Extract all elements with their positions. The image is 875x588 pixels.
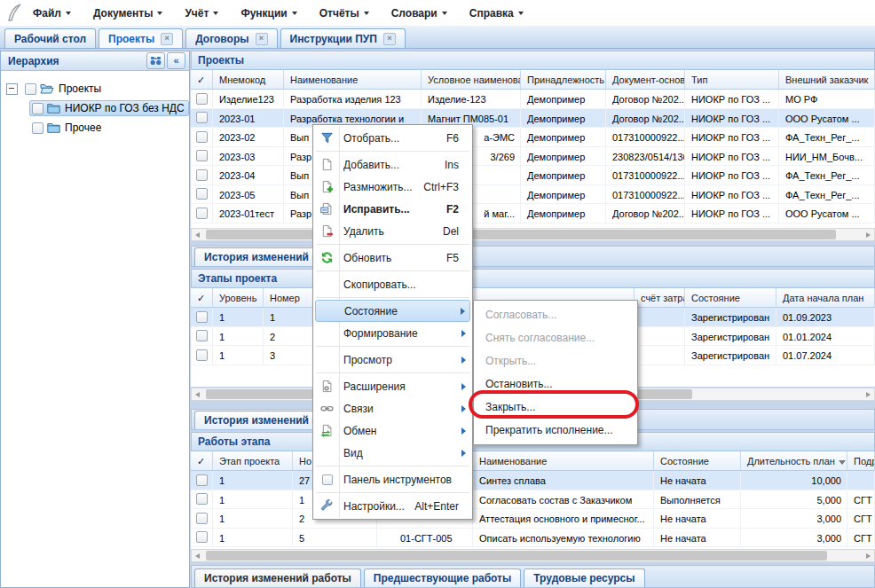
tab-preceding-works[interactable]: Предшествующие работы: [364, 568, 521, 587]
menu-reports[interactable]: Отчёты: [315, 4, 374, 22]
row-checkbox[interactable]: [196, 513, 208, 524]
context-menu-item[interactable]: Скопировать...: [315, 273, 470, 295]
projects-column-header[interactable]: Внешний заказчик: [779, 70, 875, 89]
works-column-header[interactable]: Этап проекта: [213, 451, 293, 470]
tree-checkbox[interactable]: [32, 122, 43, 134]
table-row[interactable]: 2023-01Разработка технологии иМагнит ПМ0…: [191, 109, 875, 129]
row-checkbox[interactable]: [196, 330, 208, 341]
row-checkbox[interactable]: [196, 112, 208, 123]
row-checkbox[interactable]: [196, 311, 208, 323]
projects-hscrollbar[interactable]: [191, 228, 875, 241]
context-menu-item[interactable]: Панель инструментов: [315, 468, 470, 490]
works-hscrollbar[interactable]: [191, 549, 875, 562]
search-button[interactable]: [146, 52, 165, 69]
tree-checkbox[interactable]: [32, 103, 43, 114]
scrollbar-thumb[interactable]: [206, 551, 827, 561]
stages-column-header[interactable]: Номер: [264, 288, 315, 307]
row-checkbox[interactable]: [196, 188, 208, 200]
scroll-left-icon[interactable]: [195, 553, 200, 559]
tab-instructions[interactable]: Инструкции ПУП×: [280, 28, 406, 48]
works-column-header[interactable]: Подр: [847, 451, 875, 470]
menu-help[interactable]: Справка: [465, 4, 528, 22]
tab-project-history[interactable]: История изменений п: [194, 247, 328, 266]
context-menu-item[interactable]: Формирование: [315, 322, 470, 344]
stages-column-header[interactable]: Состояние: [685, 288, 776, 307]
projects-column-header[interactable]: Наименование: [284, 70, 422, 89]
menu-file[interactable]: Файл: [28, 4, 75, 22]
stages-column-header[interactable]: Уровень: [213, 288, 264, 307]
works-column-header[interactable]: Длительность план: [741, 451, 847, 470]
close-icon[interactable]: ×: [383, 33, 396, 45]
close-icon[interactable]: ×: [161, 33, 173, 45]
row-checkbox[interactable]: [196, 150, 208, 161]
stages-column-header[interactable]: счёт затрат.: [635, 288, 685, 307]
table-row[interactable]: Изделие123Разработка изделия 123Изделие-…: [191, 90, 875, 109]
tab-labor-resources[interactable]: Трудовые ресурсы: [524, 568, 644, 587]
tab-desktop[interactable]: Рабочий стол: [4, 28, 96, 48]
scroll-right-icon[interactable]: [866, 392, 871, 397]
table-row[interactable]: 2023-04ВыпДемопример017310000922...НИОКР…: [191, 166, 875, 185]
scroll-left-icon[interactable]: [195, 232, 200, 238]
table-row[interactable]: 12Аттестация основного и примесног...Не …: [191, 509, 875, 529]
menu-dictionaries[interactable]: Словари: [387, 4, 452, 22]
projects-column-header[interactable]: Условное наименова: [422, 70, 521, 89]
context-menu-item[interactable]: УдалитьDel: [315, 220, 470, 242]
projects-column-header[interactable]: Документ-основан: [606, 70, 685, 89]
stages-check-column-header[interactable]: ✓: [191, 288, 213, 307]
tree-item-other[interactable]: Прочее: [29, 118, 189, 137]
menu-functions[interactable]: Функции: [236, 4, 301, 22]
projects-column-header[interactable]: Принадлежность: [521, 70, 606, 89]
collapse-panel-button[interactable]: «: [167, 52, 185, 69]
context-menu-item[interactable]: Состояние: [315, 300, 470, 322]
tab-work-history[interactable]: История изменений работы: [194, 568, 361, 587]
row-checkbox[interactable]: [196, 349, 208, 361]
context-menu-item[interactable]: Расширения: [315, 375, 470, 397]
tab-stage-history[interactable]: История изменений э: [194, 411, 327, 429]
table-row[interactable]: 1501-СГТ-005Описать используемую техноло…: [191, 529, 875, 548]
row-checkbox[interactable]: [196, 169, 208, 181]
menu-accounting[interactable]: Учёт: [180, 4, 223, 22]
works-check-column-header[interactable]: ✓: [191, 451, 213, 470]
context-menu-item[interactable]: Связи: [315, 397, 470, 419]
row-checkbox[interactable]: [196, 131, 208, 143]
works-column-header[interactable]: Наименование: [473, 451, 654, 470]
collapse-minus-icon[interactable]: [6, 83, 18, 95]
context-menu-item[interactable]: Размножить...Ctrl+F3: [315, 176, 470, 198]
context-menu-item[interactable]: Исправить...F2: [315, 198, 470, 220]
scroll-right-icon[interactable]: [866, 553, 871, 559]
menu-documents[interactable]: Документы: [89, 4, 167, 22]
context-menu-item[interactable]: Добавить...Ins: [315, 153, 470, 176]
tab-projects[interactable]: Проекты×: [99, 28, 183, 48]
row-checkbox[interactable]: [196, 531, 208, 543]
stages-column-header[interactable]: Дата начала план: [776, 288, 875, 307]
row-checkbox[interactable]: [196, 93, 208, 105]
context-menu-item[interactable]: Вид: [315, 442, 470, 464]
projects-check-column-header[interactable]: ✓: [191, 70, 213, 89]
submenu-item[interactable]: Прекратить исполнение...: [476, 419, 635, 442]
scroll-left-icon[interactable]: [195, 392, 200, 397]
table-row[interactable]: 127Синтез сплаваНе начата10,000: [191, 471, 875, 490]
context-menu-item[interactable]: Настройки...Alt+Enter: [315, 495, 470, 517]
table-row[interactable]: 2023-01тестРазрй маг...ДемопримерДоговор…: [191, 204, 875, 223]
context-menu-item[interactable]: ОбновитьF5: [315, 247, 470, 269]
context-menu-item[interactable]: Отобрать...F6: [315, 127, 470, 149]
tree-item-root[interactable]: Проекты: [5, 79, 189, 98]
row-checkbox[interactable]: [196, 493, 208, 505]
scrollbar-thumb[interactable]: [206, 230, 836, 239]
context-menu-item[interactable]: Обмен: [315, 419, 470, 442]
table-row[interactable]: 2023-03Разр3/269Демопример230823/0514/13…: [191, 147, 875, 167]
table-row[interactable]: 2023-02Выпа-ЭМСДемопример017310000922...…: [191, 128, 875, 147]
tab-contracts[interactable]: Договоры×: [185, 28, 277, 48]
table-row[interactable]: 11Согласовать состав с ЗаказчикомВыполня…: [191, 490, 875, 510]
context-menu-item[interactable]: Просмотр: [315, 349, 470, 371]
tree-checkbox[interactable]: [25, 83, 36, 95]
row-checkbox[interactable]: [196, 208, 208, 219]
scroll-right-icon[interactable]: [866, 232, 871, 238]
projects-column-header[interactable]: Мнемокод: [213, 70, 284, 89]
tree-item-niokr[interactable]: НИОКР по ГОЗ без НДС: [29, 98, 189, 118]
table-row[interactable]: 2023-05ВыпДемопример017310000922...НИОКР…: [191, 185, 875, 205]
close-icon[interactable]: ×: [256, 33, 268, 45]
projects-column-header[interactable]: Тип: [685, 70, 779, 89]
row-checkbox[interactable]: [196, 474, 208, 486]
works-column-header[interactable]: Состояние: [654, 451, 741, 470]
